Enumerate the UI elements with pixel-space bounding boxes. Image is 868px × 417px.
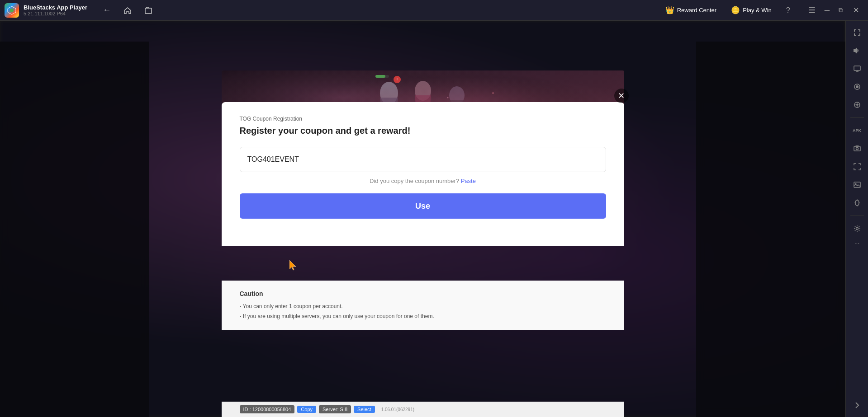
volume-icon[interactable] (850, 43, 864, 58)
app-info: BlueStacks App Player 5.21.111.1002 P64 (24, 4, 87, 16)
use-coupon-button[interactable]: Use (240, 193, 606, 219)
tabs-button[interactable] (142, 5, 154, 16)
app-name: BlueStacks App Player (24, 4, 87, 11)
play-win-label: Play & Win (743, 7, 772, 14)
coin-icon: 🪙 (731, 6, 740, 14)
expand-icon[interactable] (850, 25, 864, 40)
title-bar-right: 👑 Reward Center 🪙 Play & Win ? ☰ ─ ⧉ ✕ (662, 4, 863, 17)
svg-point-23 (856, 85, 859, 88)
screenshot-icon[interactable] (850, 141, 864, 156)
caution-section: Caution - You can only enter 1 coupon pe… (222, 281, 624, 330)
menu-button[interactable]: ☰ (805, 4, 819, 17)
main-area: ! ✕ TOG Coupon Registration Register you… (0, 21, 868, 417)
caution-title: Caution (240, 290, 606, 297)
id-info: ID : 12000800056804 Copy Server: S 8 Sel… (240, 405, 415, 413)
svg-rect-21 (854, 66, 860, 70)
chevron-right-icon[interactable] (850, 398, 864, 412)
title-bar: BlueStacks App Player 5.21.111.1002 P64 … (0, 0, 868, 21)
crown-icon: 👑 (665, 6, 674, 14)
paste-hint-text: Did you copy the coupon number? Paste (240, 178, 606, 184)
apk-icon[interactable]: APK (850, 123, 864, 138)
back-button[interactable]: ← (101, 4, 113, 17)
window-controls: ☰ ─ ⧉ ✕ (805, 4, 863, 17)
resize-icon[interactable] (850, 159, 864, 174)
home-button[interactable] (122, 5, 133, 16)
sidebar-divider-2 (850, 216, 864, 216)
app-version: 5.21.111.1002 P64 (24, 11, 87, 16)
copy-id-button[interactable]: Copy (297, 406, 316, 413)
close-button[interactable]: ✕ (849, 4, 863, 16)
bluestacks-logo (5, 3, 19, 18)
location-icon[interactable] (850, 98, 864, 112)
gesture-icon[interactable] (850, 196, 864, 210)
svg-point-12 (415, 81, 431, 101)
svg-rect-16 (375, 75, 389, 78)
svg-rect-17 (375, 75, 385, 78)
caution-text: - You can only enter 1 coupon per accoun… (240, 302, 606, 321)
bottom-info-bar: ID : 12000800056804 Copy Server: S 8 Sel… (222, 402, 624, 417)
coupon-input[interactable] (240, 147, 606, 172)
dialog-subtitle: TOG Coupon Registration (240, 116, 606, 122)
svg-point-13 (449, 86, 465, 104)
svg-point-8 (447, 97, 448, 98)
svg-rect-28 (854, 146, 860, 151)
id-badge: ID : 12000800056804 (240, 405, 295, 413)
right-panel (696, 42, 845, 417)
version-text: 1.06.01(062291) (381, 407, 414, 412)
svg-text:!: ! (396, 77, 398, 82)
caution-line-1: - You can only enter 1 coupon per accoun… (240, 302, 606, 312)
right-sidebar: APK ··· (845, 21, 868, 417)
svg-point-1 (10, 9, 14, 12)
svg-point-29 (856, 148, 858, 150)
reward-center-button[interactable]: 👑 Reward Center (662, 4, 720, 16)
svg-point-11 (380, 82, 398, 104)
help-button[interactable]: ? (783, 5, 794, 16)
close-icon: ✕ (618, 91, 625, 101)
svg-point-14 (394, 76, 401, 83)
image-icon[interactable] (850, 178, 864, 192)
svg-rect-30 (856, 145, 859, 146)
svg-rect-3 (145, 8, 152, 14)
minimize-button[interactable]: ─ (821, 5, 833, 16)
title-bar-left: BlueStacks App Player 5.21.111.1002 P64 … (5, 3, 662, 18)
reward-center-label: Reward Center (677, 7, 716, 14)
more-options[interactable]: ··· (854, 239, 860, 247)
play-win-button[interactable]: 🪙 Play & Win (727, 4, 775, 16)
maximize-button[interactable]: ⧉ (835, 5, 847, 16)
tv-icon[interactable] (850, 61, 864, 76)
title-bar-nav: ← (101, 4, 154, 17)
left-panel (0, 42, 149, 417)
paste-link[interactable]: Paste (461, 178, 476, 184)
select-server-button[interactable]: Select (354, 406, 375, 413)
dialog-close-button[interactable]: ✕ (614, 89, 629, 103)
server-badge: Server: S 8 (319, 405, 351, 413)
sidebar-divider-1 (850, 117, 864, 118)
settings-icon[interactable] (850, 221, 864, 236)
record-icon[interactable] (850, 80, 864, 94)
dialog-title: Register your coupon and get a reward! (240, 126, 606, 136)
coupon-dialog: ✕ TOG Coupon Registration Register your … (222, 102, 624, 246)
caution-line-2: - If you are using multiple servers, you… (240, 312, 606, 322)
svg-point-10 (492, 92, 494, 94)
help-icon: ? (786, 6, 790, 14)
